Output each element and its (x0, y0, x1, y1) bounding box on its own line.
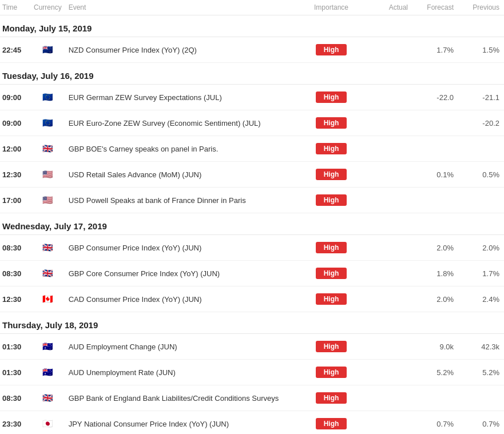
high-badge: High (316, 143, 347, 154)
event-name: GBP Bank of England Bank Liabilites/Cred… (66, 385, 298, 411)
flag-icon: 🇺🇸 (41, 168, 54, 181)
flag-icon: 🇬🇧 (41, 241, 54, 254)
event-time: 22:45 (0, 37, 31, 63)
event-forecast: 2.0% (412, 235, 458, 261)
event-forecast: 5.2% (412, 360, 458, 385)
event-name: EUR German ZEW Survey Expectations (JUL) (66, 85, 298, 110)
col-currency: Currency (31, 0, 66, 15)
event-importance: High (298, 334, 367, 360)
event-forecast (412, 110, 458, 136)
event-currency: 🇬🇧 (31, 136, 66, 162)
event-previous: 1.7% (458, 261, 504, 286)
event-importance: High (298, 286, 367, 312)
event-name: AUD Unemployment Rate (JUN) (66, 360, 298, 385)
table-row: 08:30🇬🇧GBP Consumer Price Index (YoY) (J… (0, 235, 504, 261)
event-previous: -20.2 (458, 110, 504, 136)
event-importance: High (298, 188, 367, 213)
event-forecast: 1.7% (412, 37, 458, 63)
event-previous: 1.5% (458, 37, 504, 63)
event-time: 09:00 (0, 85, 31, 110)
event-time: 01:30 (0, 334, 31, 360)
event-time: 17:00 (0, 188, 31, 213)
event-actual (367, 360, 412, 385)
flag-icon: 🇨🇦 (41, 292, 54, 306)
event-previous: 2.0% (458, 235, 504, 261)
col-actual: Actual (367, 0, 412, 15)
event-actual (367, 85, 412, 110)
table-row: 09:00🇪🇺EUR Euro-Zone ZEW Survey (Economi… (0, 110, 504, 136)
flag-icon: 🇺🇸 (41, 193, 54, 207)
table-row: 17:00🇺🇸USD Powell Speaks at bank of Fran… (0, 188, 504, 213)
event-time: 12:30 (0, 286, 31, 312)
event-currency: 🇨🇦 (31, 286, 66, 312)
event-currency: 🇺🇸 (31, 162, 66, 188)
table-row: 23:30🇯🇵JPY National Consumer Price Index… (0, 411, 504, 435)
event-forecast: 2.0% (412, 286, 458, 312)
event-time: 08:30 (0, 385, 31, 411)
event-actual (367, 261, 412, 286)
table-row: 09:00🇪🇺EUR German ZEW Survey Expectation… (0, 85, 504, 110)
event-actual (367, 162, 412, 188)
event-forecast: 1.8% (412, 261, 458, 286)
event-previous (458, 385, 504, 411)
event-importance: High (298, 110, 367, 136)
event-currency: 🇪🇺 (31, 85, 66, 110)
event-time: 12:30 (0, 162, 31, 188)
table-row: 01:30🇦🇺AUD Unemployment Rate (JUN)High5.… (0, 360, 504, 385)
event-name: USD Powell Speaks at bank of France Dinn… (66, 188, 298, 213)
event-time: 08:30 (0, 235, 31, 261)
event-previous: 2.4% (458, 286, 504, 312)
day-header-row: Wednesday, July 17, 2019 (0, 213, 504, 235)
event-name: NZD Consumer Price Index (YoY) (2Q) (66, 37, 298, 63)
event-actual (367, 385, 412, 411)
flag-icon: 🇯🇵 (41, 417, 54, 431)
table-row: 12:30🇺🇸USD Retail Sales Advance (MoM) (J… (0, 162, 504, 188)
event-previous (458, 136, 504, 162)
day-label: Monday, July 15, 2019 (0, 15, 504, 37)
event-time: 08:30 (0, 261, 31, 286)
table-row: 12:30🇨🇦CAD Consumer Price Index (YoY) (J… (0, 286, 504, 312)
col-time: Time (0, 0, 31, 15)
flag-icon: 🇬🇧 (41, 266, 54, 280)
table-row: 01:30🇦🇺AUD Employment Change (JUN)High9.… (0, 334, 504, 360)
event-currency: 🇺🇸 (31, 188, 66, 213)
high-badge: High (316, 242, 347, 253)
event-importance: High (298, 235, 367, 261)
event-forecast (412, 136, 458, 162)
day-header-row: Monday, July 15, 2019 (0, 15, 504, 37)
flag-icon: 🇦🇺 (41, 365, 54, 379)
event-importance: High (298, 37, 367, 63)
high-badge: High (316, 268, 347, 279)
event-forecast: -22.0 (412, 85, 458, 110)
high-badge: High (316, 367, 347, 378)
event-time: 01:30 (0, 360, 31, 385)
event-previous: 0.7% (458, 411, 504, 435)
event-previous: 42.3k (458, 334, 504, 360)
event-previous: 5.2% (458, 360, 504, 385)
table-header: Time Currency Event Importance Actual Fo… (0, 0, 504, 15)
high-badge: High (316, 117, 347, 129)
event-time: 12:00 (0, 136, 31, 162)
event-currency: 🇦🇺 (31, 360, 66, 385)
table-row: 12:00🇬🇧GBP BOE's Carney speaks on panel … (0, 136, 504, 162)
col-previous: Previous (458, 0, 504, 15)
event-actual (367, 136, 412, 162)
col-event: Event (66, 0, 298, 15)
high-badge: High (316, 44, 347, 55)
event-actual (367, 334, 412, 360)
event-name: JPY National Consumer Price Index (YoY) … (66, 411, 298, 435)
flag-icon: 🇦🇺 (41, 340, 54, 353)
day-header-row: Thursday, July 18, 2019 (0, 312, 504, 334)
event-importance: High (298, 360, 367, 385)
event-actual (367, 188, 412, 213)
col-forecast: Forecast (412, 0, 458, 15)
event-actual (367, 37, 412, 63)
event-name: GBP BOE's Carney speaks on panel in Pari… (66, 136, 298, 162)
event-actual (367, 235, 412, 261)
event-time: 23:30 (0, 411, 31, 435)
event-currency: 🇪🇺 (31, 110, 66, 136)
event-currency: 🇳🇿 (31, 37, 66, 63)
event-time: 09:00 (0, 110, 31, 136)
table-row: 08:30🇬🇧GBP Bank of England Bank Liabilit… (0, 385, 504, 411)
flag-icon: 🇬🇧 (41, 391, 54, 405)
